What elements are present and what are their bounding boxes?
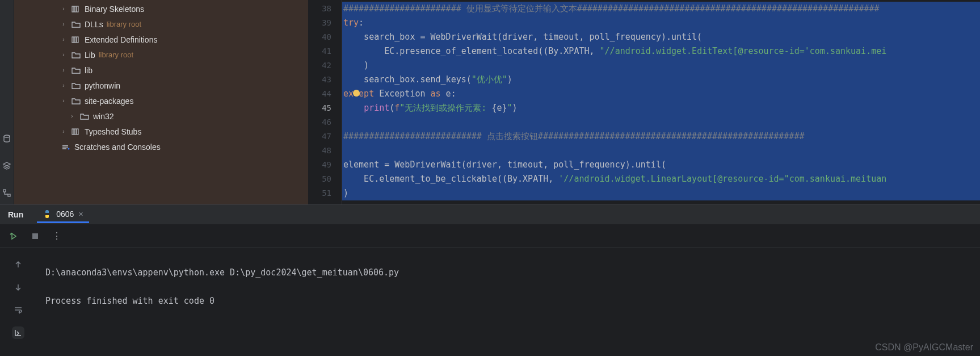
watermark: CSDN @PyAIGCMaster <box>875 342 973 353</box>
chevron-right-icon: › <box>60 67 68 73</box>
tree-item-label: Scratches and Consoles <box>74 143 161 152</box>
tree-item[interactable]: ›Typeshed Stubs <box>14 124 308 139</box>
close-icon[interactable]: × <box>78 210 83 219</box>
code-line[interactable]: ####################### 使用显式等待定位并输入文本###… <box>342 2 980 16</box>
tree-item-label: Extended Definitions <box>85 35 157 44</box>
code-line[interactable]: print(f"无法找到或操作元素: {e}") <box>342 101 980 115</box>
rerun-icon[interactable] <box>8 231 19 242</box>
tree-item[interactable]: ›Binary Skeletons <box>14 1 308 16</box>
scroll-to-end-icon[interactable] <box>12 326 24 339</box>
scratch-icon <box>61 143 71 151</box>
code-line[interactable]: except Exception as e: <box>342 87 980 101</box>
tree-item[interactable]: ›site-packages <box>14 93 308 108</box>
code-line[interactable] <box>342 115 980 129</box>
code-line[interactable]: EC.presence_of_element_located((By.XPATH… <box>342 44 980 58</box>
tree-item-label: lib <box>85 66 92 75</box>
project-tree[interactable]: ›Binary Skeletons›DLLslibrary root›Exten… <box>14 0 308 204</box>
up-arrow-icon[interactable] <box>12 258 24 271</box>
tree-item[interactable]: Scratches and Consoles <box>14 139 308 154</box>
line-number: 43 <box>308 73 342 87</box>
svg-rect-9 <box>72 129 74 135</box>
run-config-tab[interactable]: 0606 × <box>37 207 89 223</box>
chevron-right-icon: › <box>60 98 68 104</box>
tree-item[interactable]: ›Extended Definitions <box>14 32 308 47</box>
code-line[interactable]: ) <box>342 186 980 200</box>
line-number: 50 <box>308 172 342 186</box>
chevron-right-icon: › <box>60 128 68 135</box>
folder-icon <box>71 97 81 105</box>
chevron-right-icon: › <box>60 6 68 12</box>
line-number: 51 <box>308 186 342 200</box>
line-number: 42 <box>308 58 342 73</box>
folder-icon <box>71 66 81 74</box>
soft-wrap-icon[interactable] <box>12 304 24 316</box>
code-content[interactable]: ####################### 使用显式等待定位并输入文本###… <box>342 0 980 204</box>
line-number: 45 <box>308 101 342 115</box>
python-icon <box>43 210 52 219</box>
down-arrow-icon[interactable] <box>12 281 24 294</box>
code-line[interactable]: ) <box>342 58 980 73</box>
line-number: 47 <box>308 129 342 144</box>
svg-point-12 <box>68 148 70 149</box>
line-number: 41 <box>308 44 342 58</box>
run-panel-title: Run <box>8 210 23 219</box>
tree-item-label: pythonwin <box>85 81 120 90</box>
tree-item[interactable]: ›DLLslibrary root <box>14 16 308 32</box>
library-icon <box>71 36 81 44</box>
left-tool-strip <box>0 0 14 204</box>
svg-rect-2 <box>8 194 10 196</box>
console-output[interactable]: D:\anaconda3\envs\appenv\python.exe D:\p… <box>36 248 980 339</box>
tree-item[interactable]: ›Liblibrary root <box>14 47 308 62</box>
line-number: 49 <box>308 158 342 172</box>
code-line[interactable]: element = WebDriverWait(driver, timeout,… <box>342 158 980 172</box>
code-line[interactable]: search_box.send_keys("优小优") <box>342 73 980 87</box>
code-line[interactable]: search_box = WebDriverWait(driver, timeo… <box>342 30 980 44</box>
code-line[interactable]: EC.element_to_be_clickable((By.XPATH, '/… <box>342 172 980 186</box>
code-line[interactable]: try: <box>342 16 980 30</box>
svg-rect-3 <box>72 6 74 12</box>
folder-icon <box>79 112 90 120</box>
svg-rect-5 <box>77 6 78 12</box>
line-number: 48 <box>308 144 342 158</box>
tree-item-suffix: library root <box>99 51 133 59</box>
svg-point-0 <box>4 135 10 137</box>
chevron-right-icon: › <box>60 21 68 27</box>
code-line[interactable]: ########################### 点击搜索按钮######… <box>342 129 980 144</box>
tree-item-label: Typeshed Stubs <box>85 127 141 136</box>
stop-icon[interactable] <box>30 231 41 242</box>
folder-icon <box>71 82 81 90</box>
tree-item-label: Lib <box>85 51 95 60</box>
line-number: 46 <box>308 115 342 129</box>
folder-icon <box>71 51 81 59</box>
folder-icon <box>71 20 81 28</box>
run-toolbar: ⋮ <box>0 224 980 248</box>
code-editor[interactable]: 3839404142434445464748495051 ###########… <box>308 0 980 204</box>
console-side-toolbar <box>0 248 36 339</box>
tree-item[interactable]: ›win32 <box>14 108 308 124</box>
tree-item[interactable]: ›lib <box>14 62 308 78</box>
line-number: 44 <box>308 87 342 101</box>
chevron-right-icon: › <box>60 36 68 43</box>
more-icon[interactable]: ⋮ <box>51 231 62 242</box>
tree-item-label: site-packages <box>85 97 133 106</box>
console-line: Process finished with exit code 0 <box>45 296 214 306</box>
layers-icon[interactable] <box>1 160 12 171</box>
svg-rect-6 <box>72 37 74 43</box>
run-config-name: 0606 <box>56 210 74 219</box>
database-icon[interactable] <box>1 133 12 144</box>
code-line[interactable] <box>342 144 980 158</box>
tree-item-label: Binary Skeletons <box>85 5 144 14</box>
tree-item-suffix: library root <box>107 20 141 28</box>
tree-item-label: win32 <box>93 112 114 121</box>
structure-icon[interactable] <box>1 187 12 199</box>
chevron-right-icon: › <box>60 82 68 89</box>
console-line: D:\anaconda3\envs\appenv\python.exe D:\p… <box>45 267 399 278</box>
svg-rect-1 <box>3 190 6 192</box>
run-tabs: Run 0606 × <box>0 205 980 224</box>
library-icon <box>71 5 81 13</box>
intention-bulb-icon[interactable] <box>353 90 360 97</box>
line-number: 39 <box>308 16 342 30</box>
svg-rect-10 <box>74 129 76 135</box>
tree-item-label: DLLs <box>85 20 103 29</box>
tree-item[interactable]: ›pythonwin <box>14 78 308 93</box>
